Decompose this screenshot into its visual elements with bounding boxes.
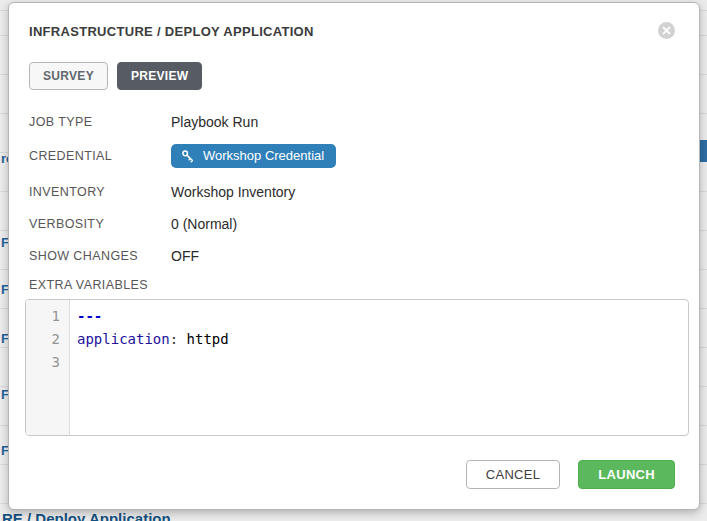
credential-badge-label: Workshop Credential — [203, 148, 324, 163]
field-label: JOB TYPE — [29, 115, 171, 129]
field-show-changes: SHOW CHANGES OFF — [29, 246, 675, 266]
code-line: application: httpd — [77, 328, 688, 351]
page-title: INFRASTRUCTURE / DEPLOY APPLICATION — [29, 21, 314, 39]
yaml-doc-start: --- — [77, 308, 102, 324]
line-number: 1 — [26, 305, 69, 328]
background-accent-block — [700, 140, 707, 162]
field-job-type: JOB TYPE Playbook Run — [29, 112, 675, 132]
field-credential: CREDENTIAL Workshop Credential — [29, 144, 675, 168]
screen: rc F F F F F RE / Deploy Application INF… — [0, 0, 707, 521]
field-label: VERBOSITY — [29, 217, 171, 231]
line-number: 3 — [26, 351, 69, 374]
clipped-row-text: RE / Deploy Application — [2, 511, 322, 521]
field-verbosity: VERBOSITY 0 (Normal) — [29, 214, 675, 234]
modal-footer: CANCEL LAUNCH — [466, 460, 675, 489]
extra-variables-label: EXTRA VARIABLES — [29, 278, 675, 292]
field-value: Playbook Run — [171, 114, 258, 130]
launch-button[interactable]: LAUNCH — [578, 460, 675, 489]
field-value: Workshop Inventory — [171, 184, 295, 200]
code-line — [77, 351, 688, 374]
line-number: 2 — [26, 328, 69, 351]
extra-variables-section: EXTRA VARIABLES 1 2 3 --- application: h… — [29, 278, 675, 436]
deploy-application-modal: INFRASTRUCTURE / DEPLOY APPLICATION SURV… — [8, 2, 700, 510]
field-label: SHOW CHANGES — [29, 249, 171, 263]
code-line: --- — [77, 305, 688, 328]
tab-bar: SURVEY PREVIEW — [29, 62, 675, 90]
yaml-value: httpd — [178, 331, 229, 347]
modal-header: INFRASTRUCTURE / DEPLOY APPLICATION — [29, 21, 675, 42]
yaml-colon: : — [170, 331, 178, 347]
field-value: OFF — [171, 248, 199, 264]
tab-preview[interactable]: PREVIEW — [117, 62, 202, 90]
close-icon[interactable] — [658, 22, 675, 42]
field-value: 0 (Normal) — [171, 216, 237, 232]
yaml-key: application — [77, 331, 170, 347]
field-list: JOB TYPE Playbook Run CREDENTIAL Worksho… — [29, 112, 675, 266]
field-label: INVENTORY — [29, 185, 171, 199]
editor-gutter: 1 2 3 — [26, 300, 70, 435]
tab-survey[interactable]: SURVEY — [29, 62, 108, 90]
editor-code-area[interactable]: --- application: httpd — [70, 300, 688, 435]
extra-variables-editor[interactable]: 1 2 3 --- application: httpd — [25, 299, 689, 436]
credential-badge[interactable]: Workshop Credential — [171, 144, 336, 168]
field-label: CREDENTIAL — [29, 149, 171, 163]
field-inventory: INVENTORY Workshop Inventory — [29, 182, 675, 202]
key-icon — [181, 149, 195, 163]
cancel-button[interactable]: CANCEL — [466, 460, 561, 489]
